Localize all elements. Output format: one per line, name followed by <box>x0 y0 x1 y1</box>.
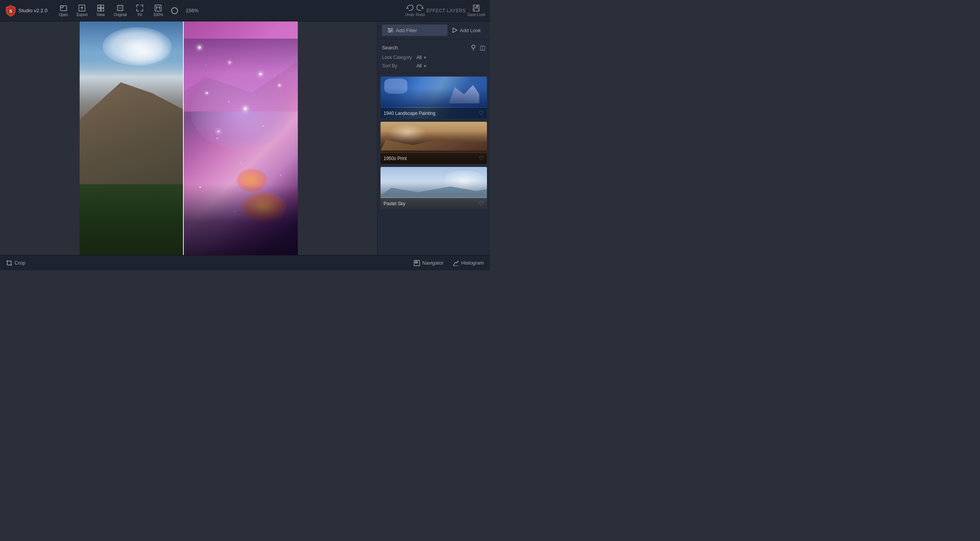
navigator-button[interactable]: Navigator <box>414 260 444 266</box>
fit-button[interactable]: Fit <box>131 3 148 18</box>
sort-by-select[interactable]: All ▼ <box>416 63 427 69</box>
main-area: Add Filter Add Look Search ⚲ ◫ Look Cate… <box>0 21 490 255</box>
filter-icon <box>387 27 394 33</box>
look-category-chevron: ▼ <box>423 56 427 60</box>
bottom-right-tools: Navigator Histogram <box>414 260 484 266</box>
histogram-button[interactable]: Histogram <box>453 260 484 266</box>
svg-rect-9 <box>155 5 161 11</box>
toolbar: S Studio v2.2.0 Open Export View <box>0 0 490 21</box>
svg-point-17 <box>389 31 390 33</box>
svg-point-16 <box>391 30 392 31</box>
add-look-button[interactable]: Add Look <box>448 25 485 36</box>
sort-by-row: Sort By All ▼ <box>382 63 485 69</box>
svg-rect-4 <box>98 5 100 8</box>
look-name-pastel: Pastel Sky <box>384 201 405 206</box>
looks-grid: 1940 Landscape Painting ♡ 1950s Print ♡ <box>377 74 490 255</box>
stylized-image <box>183 21 298 255</box>
save-look-button[interactable]: Save Look <box>467 4 485 17</box>
canvas-area[interactable] <box>0 21 377 255</box>
zoom100-button[interactable]: 100% <box>150 3 167 18</box>
redo-button[interactable]: Redo <box>416 4 425 17</box>
svg-point-15 <box>389 28 390 29</box>
circle-tool[interactable] <box>171 7 178 14</box>
heart-icon-1950s[interactable]: ♡ <box>479 155 484 162</box>
export-button[interactable]: Export <box>74 3 91 18</box>
panel-header: Add Filter Add Look <box>377 21 490 39</box>
play-icon <box>452 28 457 33</box>
navigator-icon <box>414 260 420 266</box>
view-button[interactable]: View <box>92 3 109 18</box>
search-icons: ⚲ ◫ <box>471 43 485 52</box>
look-label-1940: 1940 Landscape Painting ♡ <box>381 108 487 119</box>
grid-view-button[interactable]: ◫ <box>480 44 485 51</box>
look-category-label: Look Category <box>382 55 416 60</box>
right-panel: Add Filter Add Look Search ⚲ ◫ Look Cate… <box>377 21 490 255</box>
svg-rect-6 <box>98 8 100 11</box>
add-filter-button[interactable]: Add Filter <box>382 25 448 36</box>
original-image <box>80 21 183 255</box>
svg-text:S: S <box>9 9 12 13</box>
svg-rect-7 <box>101 8 104 11</box>
svg-rect-2 <box>60 6 67 11</box>
look-item[interactable]: 1940 Landscape Painting ♡ <box>381 77 487 119</box>
open-button[interactable]: Open <box>55 3 72 18</box>
heart-icon-pastel[interactable]: ♡ <box>479 200 484 207</box>
sort-by-chevron: ▼ <box>423 64 427 68</box>
app-title: Studio v2.2.0 <box>18 8 47 13</box>
search-label: Search <box>382 45 398 51</box>
look-item-3[interactable]: Pastel Sky ♡ <box>381 167 487 209</box>
app-logo: S <box>5 5 17 17</box>
comparison-divider[interactable] <box>183 21 184 255</box>
undo-button[interactable]: Undo <box>405 4 414 17</box>
look-label-1950s: 1950s Print ♡ <box>381 153 487 164</box>
search-icon-button[interactable]: ⚲ <box>471 43 476 52</box>
original-button[interactable]: Original <box>111 3 130 18</box>
image-container <box>80 21 298 255</box>
histogram-icon <box>453 260 459 266</box>
zoom-level: 156% <box>186 8 198 13</box>
bottom-bar: Crop Navigator Histogram <box>0 255 490 270</box>
heart-icon-1940[interactable]: ♡ <box>479 110 484 117</box>
svg-rect-5 <box>101 5 104 8</box>
search-row: Search ⚲ ◫ <box>382 43 485 52</box>
crop-icon <box>6 260 12 266</box>
look-name-1950s: 1950s Print <box>384 156 407 161</box>
look-label-pastel: Pastel Sky ♡ <box>381 198 487 209</box>
look-item-2[interactable]: 1950s Print ♡ <box>381 122 487 164</box>
svg-rect-11 <box>477 5 477 7</box>
look-name-1940: 1940 Landscape Painting <box>384 111 435 116</box>
search-area: Search ⚲ ◫ Look Category All ▼ Sort By A… <box>377 39 490 74</box>
look-category-select[interactable]: All ▼ <box>416 55 427 60</box>
look-category-row: Look Category All ▼ <box>382 55 485 60</box>
svg-marker-18 <box>453 28 457 33</box>
svg-rect-19 <box>7 261 11 265</box>
sort-by-label: Sort By <box>382 63 416 69</box>
effect-layers-label: EFFECT LAYERS <box>426 8 466 13</box>
crop-button[interactable]: Crop <box>6 260 25 266</box>
